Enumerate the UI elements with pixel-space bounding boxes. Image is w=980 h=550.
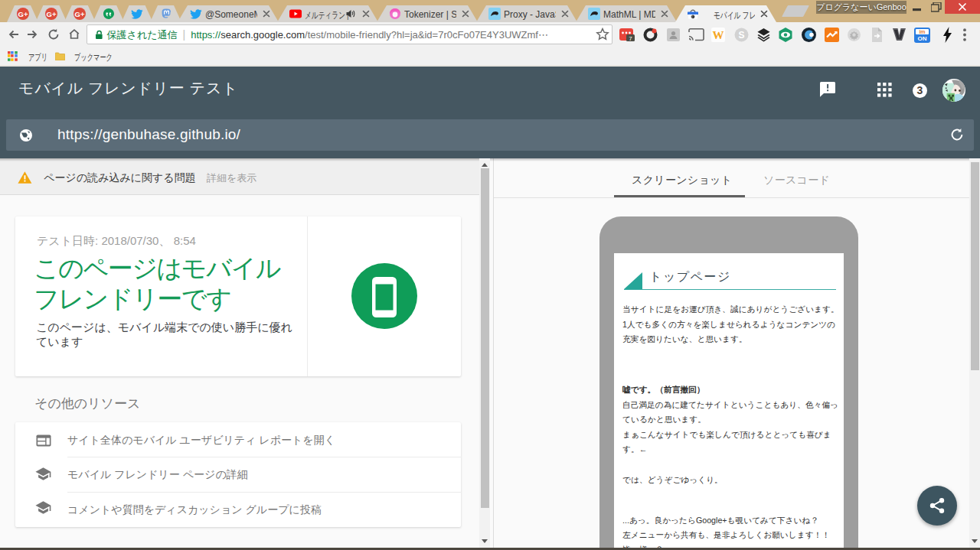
svg-text:ON: ON (918, 35, 927, 42)
svg-text:G+: G+ (75, 10, 85, 18)
svg-text:G+: G+ (18, 10, 28, 18)
svg-text:W: W (713, 29, 724, 41)
svg-text:G+: G+ (46, 10, 56, 18)
svg-text:7: 7 (629, 35, 632, 42)
svg-text:S: S (738, 30, 744, 41)
svg-text:im: im (919, 29, 925, 34)
